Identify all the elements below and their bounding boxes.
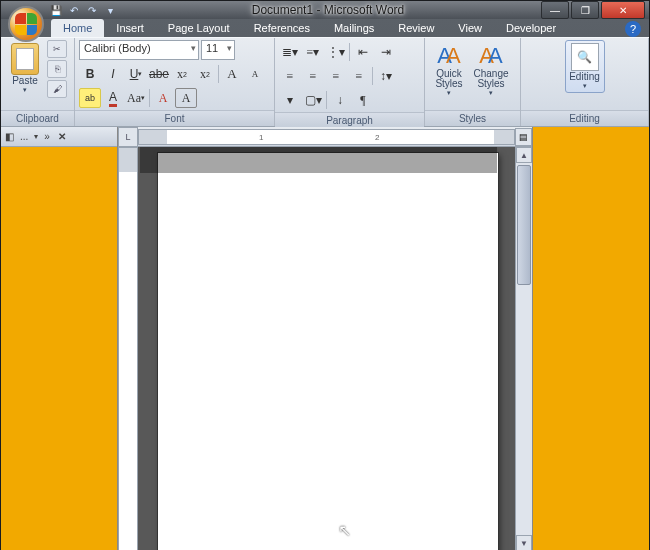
group-label-clipboard: Clipboard [1, 110, 74, 126]
strikethrough-button[interactable]: abe [148, 64, 170, 84]
format-painter-button[interactable]: 🖌 [47, 80, 67, 98]
minimize-button[interactable]: — [541, 1, 569, 19]
qat-more-icon[interactable]: ▾ [103, 3, 117, 17]
tab-references[interactable]: References [242, 19, 322, 37]
quick-styles-button[interactable]: AA Quick Styles▾ [429, 40, 469, 100]
font-name-select[interactable]: Calibri (Body) [79, 40, 199, 60]
highlight-button[interactable]: ab [79, 88, 101, 108]
cut-button[interactable]: ✂ [47, 40, 67, 58]
shading-button[interactable]: ▾ [279, 90, 301, 110]
character-border-button[interactable]: A [175, 88, 197, 108]
align-center-button[interactable]: ≡ [302, 66, 324, 86]
change-case-button[interactable]: Aa▾ [125, 88, 147, 108]
redo-icon[interactable]: ↷ [85, 3, 99, 17]
borders-button[interactable]: ▢▾ [302, 90, 324, 110]
office-button[interactable] [8, 6, 44, 42]
grow-font-button[interactable]: A [221, 64, 243, 84]
horizontal-ruler[interactable]: 1 2 [138, 129, 515, 145]
group-label-editing: Editing [521, 110, 648, 126]
align-right-button[interactable]: ≡ [325, 66, 347, 86]
group-styles: AA Quick Styles▾ AA Change Styles▾ Style… [425, 38, 521, 126]
pane-expand-icon[interactable]: » [44, 131, 50, 142]
vertical-ruler[interactable] [118, 147, 138, 550]
ruler-row: L 1 2 ▤ [118, 127, 532, 147]
undo-icon[interactable]: ↶ [67, 3, 81, 17]
vertical-scrollbar[interactable]: ▲ ▼ ◉ ▲ ▼ [515, 147, 532, 550]
multilevel-button[interactable]: ⋮▾ [325, 42, 347, 62]
tab-insert[interactable]: Insert [104, 19, 156, 37]
paste-icon [11, 43, 39, 75]
help-icon[interactable]: ? [625, 21, 641, 37]
page[interactable] [158, 153, 498, 550]
group-editing: 🔍 Editing▾ Editing [521, 38, 649, 126]
left-pane: ◧ ... ▾ » ✕ ! [1, 127, 117, 550]
increase-indent-button[interactable]: ⇥ [375, 42, 397, 62]
show-marks-button[interactable]: ¶ [352, 90, 374, 110]
app-window: 💾 ↶ ↷ ▾ Document1 - Microsoft Word — ❐ ✕… [0, 0, 650, 550]
group-label-font: Font [75, 110, 274, 126]
pane-more[interactable]: ... [20, 131, 28, 142]
pane-toolbar: ◧ ... ▾ » ✕ [1, 127, 117, 147]
change-styles-label: Change Styles [473, 69, 508, 89]
pane-close-icon[interactable]: ✕ [58, 131, 66, 142]
group-label-styles: Styles [425, 110, 520, 126]
scroll-up-button[interactable]: ▲ [516, 147, 532, 163]
titlebar: 💾 ↶ ↷ ▾ Document1 - Microsoft Word — ❐ ✕ [1, 1, 649, 19]
bullets-button[interactable]: ≣▾ [279, 42, 301, 62]
maximize-button[interactable]: ❐ [571, 1, 599, 19]
editing-button[interactable]: 🔍 Editing▾ [565, 40, 605, 93]
ribbon: Paste ▾ ✂ ⎘ 🖌 Clipboard Calibri (Body) 1… [1, 37, 649, 127]
pane-icon[interactable]: ◧ [5, 131, 14, 142]
ruler-toggle[interactable]: ▤ [515, 128, 532, 146]
group-paragraph: ≣▾ ≡▾ ⋮▾ ⇤ ⇥ ≡ ≡ ≡ ≡ ↕▾ ▾ ▢▾ [275, 38, 425, 126]
tab-mailings[interactable]: Mailings [322, 19, 386, 37]
right-pane: ! [533, 127, 649, 550]
quick-access-toolbar: 💾 ↶ ↷ ▾ [49, 3, 117, 17]
editing-label: Editing [569, 71, 600, 82]
line-spacing-button[interactable]: ↕▾ [375, 66, 397, 86]
sort-button[interactable]: ↓ [329, 90, 351, 110]
shrink-font-button[interactable]: A [244, 64, 266, 84]
save-icon[interactable]: 💾 [49, 3, 63, 17]
decrease-indent-button[interactable]: ⇤ [352, 42, 374, 62]
clear-formatting-button[interactable]: A [152, 88, 174, 108]
numbering-button[interactable]: ≡▾ [302, 42, 324, 62]
subscript-button[interactable]: x2 [171, 64, 193, 84]
italic-button[interactable]: I [102, 64, 124, 84]
window-title: Document1 - Microsoft Word [117, 3, 539, 17]
content-area: ◧ ... ▾ » ✕ ! L 1 2 ▤ [1, 127, 649, 550]
tab-review[interactable]: Review [386, 19, 446, 37]
scroll-down-button[interactable]: ▼ [516, 535, 532, 550]
superscript-button[interactable]: x2 [194, 64, 216, 84]
tab-home[interactable]: Home [51, 19, 104, 37]
font-size-select[interactable]: 11 [201, 40, 235, 60]
page-area[interactable] [140, 147, 515, 550]
ribbon-tabs: Home Insert Page Layout References Maili… [1, 19, 649, 37]
paste-button[interactable]: Paste ▾ [5, 40, 45, 97]
group-label-paragraph: Paragraph [275, 112, 424, 128]
tab-page-layout[interactable]: Page Layout [156, 19, 242, 37]
scroll-thumb-v[interactable] [517, 165, 531, 285]
font-color-button[interactable]: A [102, 88, 124, 108]
align-left-button[interactable]: ≡ [279, 66, 301, 86]
paste-label: Paste [12, 75, 38, 86]
change-styles-button[interactable]: AA Change Styles▾ [471, 40, 511, 100]
group-font: Calibri (Body) 11 B I U▾ abe x2 x2 A A a… [75, 38, 275, 126]
tab-developer[interactable]: Developer [494, 19, 568, 37]
copy-button[interactable]: ⎘ [47, 60, 67, 78]
tab-selector[interactable]: L [118, 127, 138, 147]
justify-button[interactable]: ≡ [348, 66, 370, 86]
group-clipboard: Paste ▾ ✂ ⎘ 🖌 Clipboard [1, 38, 75, 126]
document-pane: L 1 2 ▤ ▲ [117, 127, 533, 550]
tab-view[interactable]: View [446, 19, 494, 37]
bold-button[interactable]: B [79, 64, 101, 84]
find-icon: 🔍 [571, 43, 599, 71]
underline-button[interactable]: U▾ [125, 64, 147, 84]
quick-styles-label: Quick Styles [432, 69, 466, 89]
close-button[interactable]: ✕ [601, 1, 645, 19]
